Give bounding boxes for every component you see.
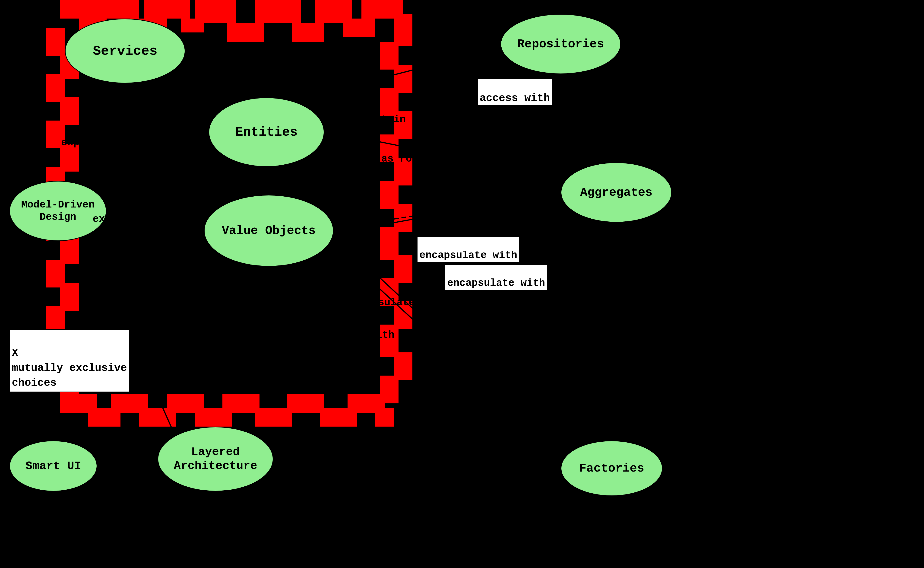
aggregates-label: Aggregates bbox=[580, 186, 653, 199]
svg-line-75 bbox=[343, 190, 574, 232]
act-as-root-label: act as root of bbox=[357, 153, 443, 165]
entities-label: Entities bbox=[235, 125, 298, 140]
express-model-label-3: express model with bbox=[93, 213, 203, 225]
svg-rect-22 bbox=[380, 227, 398, 260]
svg-rect-9 bbox=[292, 23, 324, 42]
express-model-label-2: express model with bbox=[74, 172, 184, 183]
layered-arch-label: Layered Architecture bbox=[174, 445, 257, 473]
encapsulate-label-4: encapsulate with bbox=[297, 329, 394, 341]
encapsulate-label-1: encapsulate with bbox=[417, 236, 520, 263]
svg-rect-6 bbox=[194, 0, 236, 23]
encapsulate-label-2: encapsulate with bbox=[445, 264, 547, 290]
svg-line-64 bbox=[343, 190, 574, 227]
express-model-label-1: express model with bbox=[61, 137, 171, 148]
svg-rect-56 bbox=[375, 408, 394, 427]
maintain-integrity-label: maintain integrity with bbox=[357, 113, 497, 125]
services-label: Services bbox=[93, 44, 157, 59]
svg-rect-2 bbox=[93, 0, 139, 18]
mutually-exclusive-label: X mutually exclusive choices bbox=[9, 329, 130, 392]
smart-ui-node: Smart UI bbox=[9, 441, 97, 491]
model-driven-label: Model-Driven Design bbox=[21, 199, 95, 223]
repositories-node: Repositories bbox=[500, 14, 621, 74]
svg-rect-51 bbox=[222, 394, 259, 413]
aggregates-node: Aggregates bbox=[561, 162, 672, 222]
services-node: Services bbox=[65, 18, 185, 83]
encapsulate-label-3: encapsulate with bbox=[348, 297, 445, 308]
svg-rect-52 bbox=[255, 408, 292, 427]
svg-rect-11 bbox=[343, 18, 375, 37]
svg-rect-4 bbox=[144, 0, 190, 18]
factories-label: Factories bbox=[579, 462, 644, 475]
access-with-label-2: access with bbox=[477, 79, 552, 106]
svg-rect-53 bbox=[287, 394, 324, 413]
entities-node: Entities bbox=[208, 97, 324, 167]
layered-arch-node: Layered Architecture bbox=[158, 427, 273, 491]
svg-rect-8 bbox=[255, 0, 301, 23]
smart-ui-label: Smart UI bbox=[26, 459, 81, 473]
repositories-label: Repositories bbox=[517, 37, 604, 51]
value-objects-label: Value Objects bbox=[222, 224, 316, 238]
model-driven-node: Model-Driven Design bbox=[9, 181, 107, 241]
isolate-domain-label: isolate domain with bbox=[79, 271, 195, 283]
access-with-label-1: access with bbox=[246, 88, 316, 100]
svg-rect-13 bbox=[394, 14, 412, 46]
as-label: as bbox=[463, 325, 477, 337]
svg-rect-0 bbox=[60, 0, 97, 18]
factories-node: Factories bbox=[561, 441, 663, 496]
value-objects-node: Value Objects bbox=[204, 195, 334, 267]
svg-rect-7 bbox=[227, 23, 264, 42]
